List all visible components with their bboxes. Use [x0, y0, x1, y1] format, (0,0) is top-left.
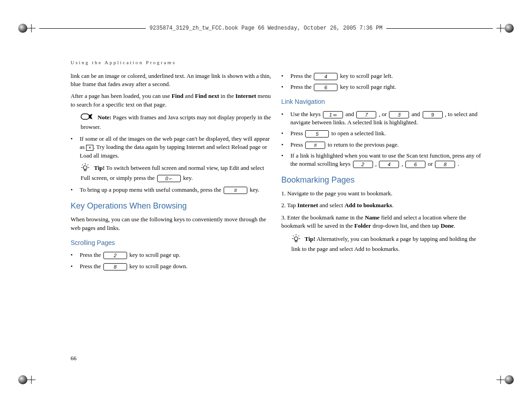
svg-point-8	[294, 237, 298, 240]
tip-block: Tip! To switch between full screen and n…	[81, 163, 271, 182]
tip-icon	[292, 234, 301, 245]
running-header: Using the Application Programs	[71, 59, 176, 66]
list-item: • Press # to return to the previous page…	[281, 141, 482, 149]
list-item: • Use the keys 1 ∞ and 7 , or 3 and 9 , …	[281, 110, 482, 127]
svg-rect-0	[81, 114, 89, 119]
keycap: 6	[314, 84, 338, 91]
keycap: 1 ∞	[323, 111, 343, 118]
keycap: 3	[389, 111, 409, 118]
body-columns: link can be an image or colored, underli…	[71, 72, 482, 273]
keycap: 7	[356, 111, 376, 118]
list-item: • Press the 8 key to scroll page down.	[71, 262, 271, 270]
page-number: 66	[71, 354, 77, 362]
list-item: • Press 5 to open a selected link.	[281, 129, 482, 138]
keycap: 4	[314, 73, 338, 80]
dot-icon	[18, 24, 27, 33]
heading-2: Link Navigation	[281, 97, 482, 107]
keycap: 8	[103, 263, 127, 270]
dot-icon	[505, 375, 514, 384]
keycap: 4	[379, 161, 399, 168]
svg-rect-14	[295, 240, 297, 242]
dot-icon	[18, 375, 27, 384]
list-item: • If some or all of the images on the we…	[71, 135, 271, 160]
keycap: 0 ⌐	[157, 175, 181, 182]
note-block: Note: Pages with frames and Java scripts…	[81, 112, 271, 131]
list-item: • If a link is highlighted when you want…	[281, 152, 482, 168]
ordered-item: 1. Navigate to the page you want to book…	[281, 189, 482, 198]
right-column: • Press the 4 key to scroll page left. •…	[281, 72, 482, 273]
heading-2: Scrolling Pages	[71, 239, 271, 248]
keycap: 2	[103, 252, 127, 259]
heading-1: Key Operations When Browsing	[71, 200, 271, 212]
heading-1: Bookmarking Pages	[281, 174, 482, 186]
framemaker-footer	[18, 374, 514, 385]
keycap: 6	[405, 161, 425, 168]
keycap: 2	[353, 161, 373, 168]
svg-line-10	[293, 235, 294, 236]
keycap: 9	[423, 111, 443, 118]
keycap: #	[224, 187, 247, 194]
svg-line-3	[82, 164, 83, 165]
svg-point-1	[83, 166, 87, 169]
keycap: #	[305, 142, 325, 149]
svg-line-11	[298, 235, 299, 236]
body-text: link can be an image or colored, underli…	[71, 72, 271, 88]
keycap: 8	[435, 161, 455, 168]
left-column: link can be an image or colored, underli…	[71, 72, 271, 273]
body-text: After a page has been loaded, you can us…	[71, 92, 271, 108]
crosshair-icon	[27, 24, 36, 32]
svg-line-4	[87, 164, 88, 165]
list-item: • To bring up a popup menu with useful c…	[71, 186, 271, 194]
tip-icon	[81, 163, 90, 174]
note-icon	[81, 112, 93, 123]
broken-image-icon: ✕	[86, 145, 93, 151]
ordered-item: 2. Tap Internet and select Add to bookma…	[281, 201, 482, 209]
list-item: • Press the 6 key to scroll page right.	[281, 83, 482, 91]
framemaker-header-text: 9235874_3129_zh_tw_FCC.book Page 66 Wedn…	[149, 25, 382, 32]
crosshair-icon	[496, 24, 505, 32]
tip-block: Tip! Alternatively, you can bookmark a p…	[292, 234, 482, 253]
dot-icon	[505, 24, 514, 33]
ordered-item: 3. Enter the bookmark name in the Name f…	[281, 214, 482, 230]
body-text: When browsing, you can use the following…	[71, 215, 271, 232]
crosshair-icon	[496, 376, 505, 384]
keycap: 5	[305, 130, 329, 138]
svg-rect-7	[84, 169, 86, 171]
list-item: • Press the 4 key to scroll page left.	[281, 72, 482, 80]
list-item: • Press the 2 key to scroll page up.	[71, 251, 271, 259]
framemaker-header: 9235874_3129_zh_tw_FCC.book Page 66 Wedn…	[18, 23, 514, 34]
crosshair-icon	[27, 376, 36, 384]
